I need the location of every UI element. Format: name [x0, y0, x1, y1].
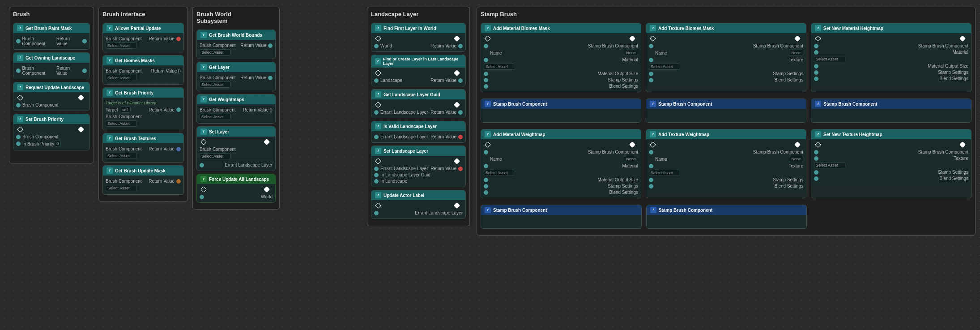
node-get-brush-paint-mask[interactable]: f Get Brush Paint Mask Brush Component R… [13, 23, 90, 50]
pin-bs: Blend Settings [484, 190, 638, 195]
node-title: Set Layer [209, 129, 229, 134]
node-body: Landscape Return Value [371, 68, 465, 86]
node-title: Get Brush Update Mask [115, 168, 166, 173]
node-stamp-brush-component-1[interactable]: f Stamp Brush Component [481, 99, 641, 123]
select-asset[interactable]: Select Asset [814, 162, 845, 168]
select-asset[interactable]: Select Asset [106, 120, 137, 127]
node-get-brush-priority[interactable]: f Get Brush Priority Target is El Bluepr… [102, 87, 184, 130]
node-body: Stamp Brush Component NameNone Texture S… [646, 33, 806, 86]
node-add-material-weightmap[interactable]: f Add Material Weightmap Stamp Brush Com… [481, 129, 641, 198]
input-pin [814, 44, 818, 48]
node-set-landscape-layer[interactable]: f Set Landscape Layer Errant Landscape L… [371, 146, 466, 187]
node-stamp-brush-component-4[interactable]: f Stamp Brush Component [481, 205, 642, 229]
name-value[interactable]: None [789, 156, 803, 162]
input-pin [16, 69, 21, 73]
pin-ss: Stamp Settings [649, 177, 803, 182]
target-value[interactable]: self [120, 107, 131, 113]
select-asset[interactable]: Select Asset [200, 81, 231, 88]
node-get-brush-textures[interactable]: f Get Brush Textures Brush Component Ret… [102, 133, 184, 163]
node-add-texture-biomes-mask[interactable]: f Add Texture Biomes Mask Stamp Brush Co… [646, 23, 806, 92]
pin-name: NameNone [649, 156, 803, 162]
node-force-update[interactable]: f Force Update All Landscape World [196, 174, 276, 203]
pin-bs: Blend Settings [484, 84, 638, 89]
select-asset[interactable]: Select Asset [484, 64, 515, 70]
node-set-layer[interactable]: f Set Layer Brush Component Select Asset… [196, 126, 276, 171]
exec-out-pin [959, 35, 966, 42]
select-asset[interactable]: Select Asset [484, 170, 515, 176]
input-pin [484, 150, 488, 154]
node-header: f Stamp Brush Component [647, 205, 807, 215]
node-request-update-landscape[interactable]: f Request Update Landscape Brush Compone… [13, 82, 90, 111]
select-asset[interactable]: Select Asset [106, 185, 137, 191]
node-body: World Return Value [371, 33, 465, 51]
node-update-actor-label[interactable]: f Update Actor Label Errant Landscape La… [371, 190, 466, 219]
priority-value[interactable]: 0 [54, 141, 61, 147]
node-header: f Get Layer [197, 62, 275, 72]
select-row: Select Asset [106, 153, 181, 159]
node-find-first-layer[interactable]: f Find First Layer in World World Return… [371, 23, 466, 52]
name-value[interactable]: None [789, 50, 803, 56]
exec-in-pin [375, 202, 381, 209]
name-value[interactable]: None [624, 156, 638, 162]
select-asset[interactable]: Select Asset [649, 64, 680, 70]
name-value[interactable]: None [624, 50, 638, 56]
node-get-owning-landscape[interactable]: f Get Owning Landscape Brush Component R… [13, 52, 90, 79]
node-title: Get Owning Landscape [26, 56, 75, 60]
node-title: Find First Layer in World [383, 26, 436, 31]
node-get-layer[interactable]: f Get Layer Brush Component Return Value… [196, 62, 276, 91]
node-stamp-brush-component-2[interactable]: f Stamp Brush Component [646, 99, 806, 123]
canvas: Brush f Get Brush Paint Mask Brush Compo… [0, 0, 980, 330]
node-header: f Stamp Brush Component [646, 99, 806, 109]
node-add-material-biomes-mask[interactable]: f Add Material Biomes Mask Stamp Brush C… [481, 23, 641, 92]
node-header: f Stamp Brush Component [481, 205, 641, 215]
select-asset[interactable]: Select Asset [106, 43, 137, 49]
exec-row [484, 35, 638, 42]
pin-ss: Stamp Settings [484, 77, 638, 82]
node-get-brush-world-bounds[interactable]: f Get Brush World Bounds Brush Component… [196, 30, 276, 59]
select-asset[interactable]: Select Asset [200, 153, 231, 159]
group-brush-interface-title: Brush Interface [102, 11, 184, 19]
select-asset[interactable]: Select Asset [200, 114, 231, 120]
func-icon: f [375, 25, 381, 31]
pin-sbc: Stamp Brush Component [484, 150, 638, 154]
func-icon: f [200, 32, 207, 38]
func-icon: f [17, 84, 23, 90]
node-get-weightmaps[interactable]: f Get Weightmaps Brush Component Return … [196, 94, 276, 124]
node-set-brush-priority[interactable]: f Set Brush Priority Brush Component In … [13, 114, 90, 150]
exec-in-pin [485, 35, 491, 42]
node-title: Add Material Weightmap [493, 132, 545, 137]
exec-in-pin [375, 70, 381, 76]
node-body: Brush Component Return Value Select Asse… [197, 40, 275, 59]
exec-out-pin [454, 202, 460, 209]
node-stamp-brush-component-3[interactable]: f Stamp Brush Component [811, 99, 971, 123]
input-pin [814, 176, 818, 181]
func-icon: f [650, 131, 656, 137]
select-asset[interactable]: Select Asset [106, 75, 137, 81]
node-add-texture-weightmap[interactable]: f Add Texture Weightmap Stamp Brush Comp… [646, 129, 806, 198]
node-find-or-create-layer[interactable]: f Find or Create Layer in Last Landscape… [371, 55, 466, 86]
pin-row: Errant Landscape Layer Return Value [374, 110, 463, 115]
node-header: f Get Brush World Bounds [197, 30, 275, 40]
pin-sbc: Stamp Brush Component [484, 43, 638, 48]
select-asset[interactable]: Select Asset [649, 170, 680, 176]
node-allows-partial-update[interactable]: f Allows Partial Update Brush Component … [102, 23, 184, 52]
node-stamp-brush-component-5[interactable]: f Stamp Brush Component [646, 205, 807, 229]
node-title: Get Weightmaps [209, 97, 244, 102]
group-stamp-brush: Stamp Brush f Add Material Biomes Mask S… [477, 7, 976, 236]
node-set-new-material-heightmap[interactable]: f Set New Material Heightmap Stamp Brush… [811, 23, 971, 92]
input-pin [814, 170, 818, 175]
input-pin [16, 39, 21, 43]
node-set-new-texture-heightmap[interactable]: f Set New Texture Heightmap Stamp Brush … [811, 129, 971, 198]
node-get-landscape-layer-guid[interactable]: f Get Landscape Layer Guid Errant Landsc… [371, 89, 466, 118]
output-pin [176, 37, 181, 41]
select-asset[interactable]: Select Asset [814, 56, 845, 62]
node-get-biomes-masks[interactable]: f Get Biomes Masks Brush Component Retur… [102, 55, 184, 85]
select-asset[interactable]: Select Asset [106, 153, 137, 159]
node-is-valid-landscape-layer[interactable]: f Is Valid Landscape Layer Errant Landsc… [371, 121, 466, 143]
node-header: f Find or Create Layer in Last Landscape… [371, 55, 465, 68]
node-get-brush-update-mask[interactable]: f Get Brush Update Mask Brush Component … [102, 165, 184, 195]
func-icon: f [485, 207, 491, 213]
select-asset[interactable]: Select Asset [200, 49, 231, 56]
input-pin [649, 78, 653, 82]
input-pin [814, 64, 818, 69]
